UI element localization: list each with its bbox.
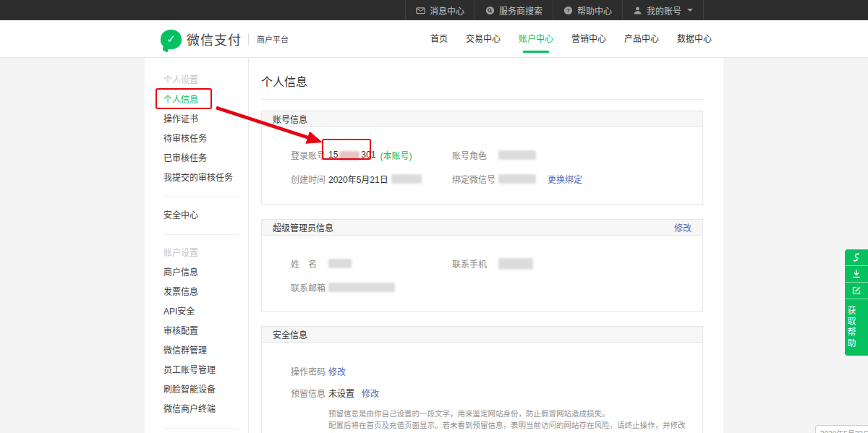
sidebar-item-wechat-group[interactable]: 微信群管理 bbox=[163, 341, 248, 361]
link-icon bbox=[851, 252, 861, 262]
sidebar-item-operation-cert[interactable]: 操作证书 bbox=[163, 110, 248, 129]
table-row: 姓 名 联系手机 bbox=[291, 252, 692, 275]
admin-card-header: 超级管理员信息 bbox=[273, 221, 333, 233]
main-nav: 首页 交易中心 账户中心 营销中心 产品中心 数据中心 bbox=[430, 20, 712, 58]
sidebar-item-security-center[interactable]: 安全中心 bbox=[163, 206, 248, 226]
super-admin-card: 超级管理员信息 修改 姓 名 联系手机 bbox=[261, 219, 703, 312]
float-link-button[interactable] bbox=[845, 249, 868, 266]
question-icon: ? bbox=[563, 6, 573, 15]
sidebar-item-staff-account[interactable]: 员工账号管理 bbox=[163, 361, 248, 380]
sidebar-item-merchant-terminal[interactable]: 微信商户终端 bbox=[163, 400, 248, 419]
brand[interactable]: ✓ 微信支付 商户平台 bbox=[161, 20, 289, 58]
redacted-login-middle bbox=[339, 151, 359, 160]
sidebar-item-review-config[interactable]: 审核配置 bbox=[163, 322, 248, 341]
sidebar-group-personal-settings: 个人设置 bbox=[163, 71, 248, 90]
topbar-provider-search[interactable]: 服务商搜索 bbox=[475, 0, 553, 20]
nav-account-center[interactable]: 账户中心 bbox=[519, 20, 553, 58]
admin-edit-link[interactable]: 修改 bbox=[674, 221, 692, 233]
current-account-tag: (本账号) bbox=[380, 149, 412, 161]
floating-help-widget: 获取帮助 bbox=[845, 249, 868, 356]
bound-wechat-label: 绑定微信号 bbox=[452, 173, 498, 185]
svg-text:?: ? bbox=[566, 7, 570, 14]
reserved-info-value: 未设置 bbox=[328, 387, 354, 399]
contact-phone-label: 联系手机 bbox=[452, 257, 498, 270]
table-row: 登录账号 15301 (本账号) 账号角色 bbox=[291, 143, 692, 167]
page-body: 个人设置 个人信息 操作证书 待审核任务 已审核任务 我提交的审核任务 安全中心… bbox=[0, 58, 868, 433]
account-info-card: 账号信息 登录账号 15301 (本账号) 账号角色 bbox=[261, 111, 703, 205]
brand-name: 微信支付 bbox=[187, 30, 242, 48]
rebind-link[interactable]: 更换绑定 bbox=[548, 173, 582, 185]
security-card-header: 安全信息 bbox=[273, 328, 307, 340]
chevron-down-icon bbox=[687, 9, 693, 12]
created-time-label: 创建时间 bbox=[291, 173, 328, 185]
security-info-card: 安全信息 操作密码 修改 预留信息 未设置 修改 预留信息是由你自己设置的一段文… bbox=[261, 326, 703, 433]
table-row: 预留信息 未设置 修改 bbox=[291, 382, 692, 403]
password-edit-link[interactable]: 修改 bbox=[328, 365, 346, 377]
sidebar-item-pending-tasks[interactable]: 待审核任务 bbox=[163, 129, 248, 149]
sidebar-group-account-settings: 账户设置 bbox=[163, 244, 248, 263]
topbar-help-label: 帮助中心 bbox=[577, 4, 612, 17]
login-account-value: 15301 bbox=[328, 150, 375, 160]
nav-product-center[interactable]: 产品中心 bbox=[624, 20, 659, 58]
topbar-account-label: 我的账号 bbox=[647, 4, 681, 17]
sidebar-item-face-device[interactable]: 刷脸智能设备 bbox=[163, 380, 248, 400]
sidebar-item-personal-info[interactable]: 个人信息 bbox=[163, 90, 248, 110]
sidebar-item-api-security[interactable]: API安全 bbox=[163, 302, 248, 322]
topbar-message-label: 消息中心 bbox=[430, 4, 464, 17]
search-icon bbox=[485, 6, 495, 15]
redacted-wechat-id bbox=[498, 174, 536, 184]
login-account-label: 登录账号 bbox=[291, 149, 328, 161]
table-row: 联系邮箱 bbox=[291, 275, 692, 299]
date-stamp: 2020年5月22日 bbox=[815, 425, 868, 433]
download-icon bbox=[851, 269, 861, 279]
reserved-info-description: 预留信息是由你自己设置的一段文字，用来鉴定网站身份，防止假冒网站造成损失。 配置… bbox=[328, 408, 692, 433]
sidebar-divider bbox=[163, 234, 239, 235]
sidebar-item-merchant-info[interactable]: 商户信息 bbox=[163, 263, 248, 283]
account-card-header: 账号信息 bbox=[273, 113, 307, 125]
created-time-value: 2020年5月21日 bbox=[328, 173, 388, 185]
nav-data-center[interactable]: 数据中心 bbox=[677, 20, 712, 58]
topbar-help-center[interactable]: ? 帮助中心 bbox=[553, 0, 622, 20]
redacted-account-role bbox=[498, 150, 536, 160]
topbar-message-center[interactable]: 消息中心 bbox=[405, 0, 475, 20]
header: ✓ 微信支付 商户平台 首页 交易中心 账户中心 营销中心 产品中心 数据中心 bbox=[0, 20, 868, 58]
redacted-email bbox=[328, 283, 395, 292]
table-row: 操作密码 修改 bbox=[291, 360, 692, 382]
sidebar-divider bbox=[163, 197, 239, 197]
nav-home[interactable]: 首页 bbox=[430, 20, 448, 58]
float-get-help-button[interactable]: 获取帮助 bbox=[845, 299, 857, 356]
sidebar-item-my-submitted-tasks[interactable]: 我提交的审核任务 bbox=[163, 168, 248, 188]
nav-trade-center[interactable]: 交易中心 bbox=[466, 20, 501, 58]
content-wrapper: 个人设置 个人信息 操作证书 待审核任务 已审核任务 我提交的审核任务 安全中心… bbox=[145, 58, 723, 433]
name-label: 姓 名 bbox=[291, 257, 328, 270]
user-icon bbox=[633, 6, 642, 15]
main-content: 个人信息 账号信息 登录账号 15301 (本账号) bbox=[250, 58, 723, 433]
contact-email-label: 联系邮箱 bbox=[291, 281, 328, 293]
page-title: 个人信息 bbox=[261, 72, 703, 100]
topbar: 消息中心 服务商搜索 ? 帮助中心 我的账号 bbox=[0, 0, 868, 20]
account-role-label: 账号角色 bbox=[452, 149, 498, 161]
mail-icon bbox=[416, 6, 425, 15]
operation-password-label: 操作密码 bbox=[291, 365, 328, 377]
reserved-info-label: 预留信息 bbox=[291, 387, 328, 399]
topbar-search-label: 服务商搜索 bbox=[499, 4, 542, 17]
brand-portal-label: 商户平台 bbox=[257, 33, 289, 45]
redacted-created-time bbox=[391, 174, 422, 184]
brand-divider bbox=[248, 33, 249, 45]
float-feedback-button[interactable] bbox=[845, 283, 868, 299]
sidebar-item-reviewed-tasks[interactable]: 已审核任务 bbox=[163, 149, 248, 168]
wechat-pay-logo-icon: ✓ bbox=[161, 30, 182, 49]
sidebar: 个人设置 个人信息 操作证书 待审核任务 已审核任务 我提交的审核任务 安全中心… bbox=[145, 58, 249, 433]
reserved-edit-link[interactable]: 修改 bbox=[362, 387, 379, 399]
float-download-button[interactable] bbox=[845, 266, 868, 283]
nav-marketing-center[interactable]: 营销中心 bbox=[571, 20, 606, 58]
table-row: 创建时间 2020年5月21日 绑定微信号 更换绑定 bbox=[291, 167, 692, 191]
redacted-phone bbox=[498, 258, 533, 270]
sidebar-item-invoice-info[interactable]: 发票信息 bbox=[163, 283, 248, 302]
sidebar-divider bbox=[163, 428, 239, 429]
edit-icon bbox=[851, 286, 861, 296]
redacted-name bbox=[328, 259, 352, 268]
topbar-my-account[interactable]: 我的账号 bbox=[622, 0, 704, 20]
